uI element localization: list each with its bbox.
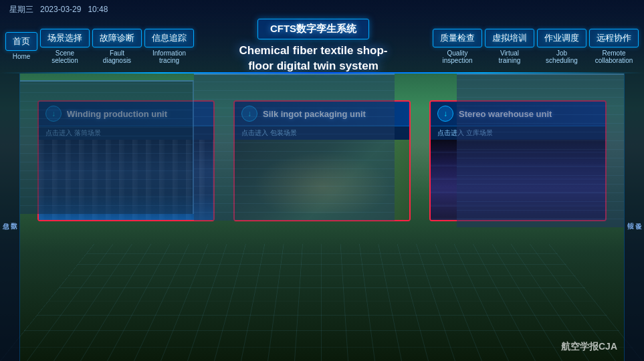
left-nav-group: 首页Home场景选择Sceneselection故障诊断Faultdiagnos… bbox=[5, 29, 194, 64]
nav-btn-quality[interactable]: 质量检查 bbox=[433, 29, 482, 47]
nav-item-remote[interactable]: 远程协作Remotecollaboration bbox=[589, 29, 639, 64]
nav-btn-remote[interactable]: 远程协作 bbox=[589, 29, 639, 47]
building-left-rows bbox=[20, 82, 193, 214]
nav-item-job[interactable]: 作业调度Jobscheduling bbox=[537, 29, 586, 64]
watermark: 航空学报CJA bbox=[561, 341, 617, 353]
building-right-rows bbox=[457, 75, 624, 227]
side-panel-right: 设备 按钮 bbox=[624, 74, 644, 361]
nav-item-fault[interactable]: 故障诊断Faultdiagnosis bbox=[92, 29, 142, 64]
nav-btn-fault[interactable]: 故障诊断 bbox=[92, 29, 142, 47]
nav-label-job: Jobscheduling bbox=[546, 49, 578, 64]
building-center bbox=[194, 74, 395, 221]
nav-item-virtual[interactable]: 虚拟培训Virtualtraining bbox=[485, 29, 534, 64]
header: 星期三 2023-03-29 10:48 首页Home场景选择Scenesele… bbox=[0, 0, 644, 74]
nav-btn-home[interactable]: 首页 bbox=[5, 32, 37, 51]
right-nav-group: 质量检查Qualityinspection虚拟培训Virtualtraining… bbox=[433, 29, 639, 64]
time: 10:48 bbox=[88, 5, 108, 14]
nav-btn-scene[interactable]: 场景选择 bbox=[40, 29, 90, 47]
nav-item-scene[interactable]: 场景选择Sceneselection bbox=[40, 29, 90, 64]
nav-label-scene: Sceneselection bbox=[51, 49, 78, 64]
top-bar: 星期三 2023-03-29 10:48 bbox=[0, 0, 644, 19]
building-center-rows bbox=[194, 75, 395, 221]
main-title: Chemical fiber textile shop- floor digit… bbox=[239, 43, 388, 73]
center-title-block: CFTS数字孪生系统 Chemical fiber textile shop- … bbox=[239, 19, 388, 73]
scene-card-icon-warehouse: ↓ bbox=[437, 106, 453, 122]
header-line bbox=[0, 72, 644, 74]
nav-btn-virtual[interactable]: 虚拟培训 bbox=[485, 29, 534, 47]
nav-label-virtual: Virtualtraining bbox=[499, 49, 521, 64]
nav-btn-info[interactable]: 信息追踪 bbox=[144, 29, 194, 47]
nav-label-home: Home bbox=[13, 53, 31, 60]
nav-item-info[interactable]: 信息追踪Informationtracing bbox=[144, 29, 194, 64]
building-left bbox=[20, 80, 194, 214]
nav-bar: 首页Home场景选择Sceneselection故障诊断Faultdiagnos… bbox=[0, 19, 644, 74]
nav-label-info: Informationtracing bbox=[152, 49, 186, 64]
building-right bbox=[457, 74, 624, 227]
date-time: 星期三 2023-03-29 10:48 bbox=[9, 4, 108, 15]
nav-label-fault: Faultdiagnosis bbox=[103, 49, 131, 64]
nav-item-quality[interactable]: 质量检查Qualityinspection bbox=[433, 29, 482, 64]
side-panel-left: 数据 信息 bbox=[0, 74, 20, 361]
nav-label-quality: Qualityinspection bbox=[442, 49, 472, 64]
date: 2023-03-29 bbox=[40, 5, 81, 14]
nav-btn-job[interactable]: 作业调度 bbox=[537, 29, 586, 47]
day-label: 星期三 bbox=[9, 5, 33, 14]
cfts-title-button[interactable]: CFTS数字孪生系统 bbox=[257, 19, 369, 39]
nav-item-home[interactable]: 首页Home bbox=[5, 32, 37, 60]
nav-label-remote: Remotecollaboration bbox=[595, 49, 633, 64]
